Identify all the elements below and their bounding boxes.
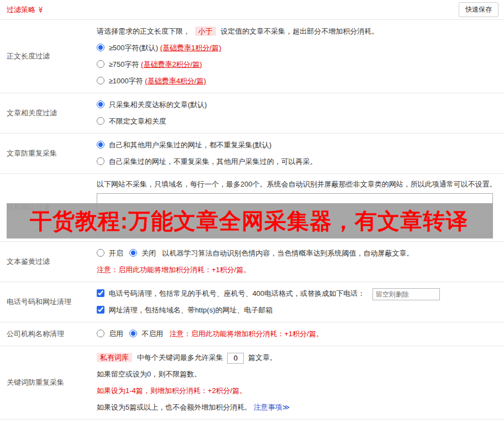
length-radio-1000[interactable] bbox=[97, 77, 104, 84]
company-cleanup-label: 公司机构名称清理 bbox=[0, 326, 97, 342]
porn-filter-desc: 以机器学习算法自动识别色情内容，当色情概率达到系统阈值，自动屏蔽文章。 bbox=[162, 249, 414, 257]
porn-radio-on[interactable] bbox=[97, 249, 104, 257]
url-cleanup-checkbox[interactable] bbox=[97, 306, 104, 314]
length-option-750[interactable]: ≥750字符 (基础费率2积分/篇) bbox=[97, 60, 202, 68]
company-radio-off[interactable] bbox=[129, 330, 137, 337]
relevance-filter-label: 文章相关度过滤 bbox=[0, 97, 97, 130]
dedup-label: 文章防重复采集 bbox=[0, 137, 97, 170]
watermark-text: 干货教程:万能文章全网采集器，有文章转译 bbox=[7, 206, 468, 236]
row-length-filter: 正文长度过滤 请选择需求的正文长度下限， 小于 设定值的文章不采集，超出部分不增… bbox=[0, 20, 504, 93]
less-than-highlight: 小于 bbox=[195, 26, 216, 36]
relevance-option-any-label: 不限定文章相关度 bbox=[109, 117, 166, 125]
filter-strategy-page: 过滤策略 ≫ 快速保存 正文长度过滤 请选择需求的正文长度下限， 小于 设定值的… bbox=[0, 0, 504, 424]
row-porn-filter: 文本鉴黄过滤 开启 关闭 以机器学习算法自动识别色情内容，当色情概率达到系统阈值… bbox=[0, 242, 504, 282]
company-option-off[interactable]: 不启用 bbox=[129, 330, 165, 338]
page-title-text: 过滤策略 bbox=[7, 5, 35, 15]
porn-option-off-label: 关闭 bbox=[141, 249, 156, 257]
relevance-option-strict[interactable]: 只采集相关度达标的文章(默认) bbox=[97, 100, 207, 109]
private-lexicon-highlight: 私有词库 bbox=[97, 353, 132, 362]
porn-filter-note: 注意：启用此功能将增加积分消耗：+1积分/篇。 bbox=[97, 262, 498, 278]
length-radio-750[interactable] bbox=[97, 60, 104, 68]
dedup-option-self-only-label: 自己采集过的网址，不重复采集，其他用户采集过的，可以再采。 bbox=[109, 157, 317, 166]
length-radio-500[interactable] bbox=[97, 44, 104, 51]
relevance-option-strict-label: 只采集相关度达标的文章(默认) bbox=[109, 100, 207, 109]
length-option-500-note: (基础费率1积分/篇) bbox=[160, 44, 222, 52]
keyword-line4: 如果设为5篇或以上，也不会额外增加积分消耗。 bbox=[97, 403, 251, 411]
intro-after: 设定值的文章不采集，超出部分不增加积分消耗。 bbox=[221, 27, 379, 35]
watermark-banner: 干货教程:万能文章全网采集器，有文章转译 bbox=[7, 203, 493, 239]
chevron-down-icon: ≫ bbox=[37, 7, 44, 13]
dedup-option-self-only[interactable]: 自己采集过的网址，不重复采集，其他用户采集过的，可以再采。 bbox=[97, 157, 317, 166]
url-cleanup-label: 网址清理，包括纯域名、带http(s)的网址、电子邮箱 bbox=[109, 306, 273, 314]
company-option-on-label: 启用 bbox=[109, 330, 123, 338]
phone-cleanup-label: 电话号码清理，包括常见的手机号、座机号、400电话格式，或替换成如下电话： bbox=[109, 289, 365, 298]
company-radio-on[interactable] bbox=[97, 330, 104, 337]
page-title[interactable]: 过滤策略 ≫ bbox=[7, 5, 44, 15]
dedup-radio-all-users[interactable] bbox=[97, 141, 104, 149]
notice-link[interactable]: 注意事项≫ bbox=[254, 403, 290, 411]
keyword-count-input[interactable] bbox=[227, 353, 244, 364]
relevance-option-any[interactable]: 不限定文章相关度 bbox=[97, 117, 166, 125]
dedup-option-all-users[interactable]: 自己和其他用户采集过的网址，都不重复采集(默认) bbox=[97, 141, 271, 149]
porn-option-on-label: 开启 bbox=[109, 249, 123, 257]
relevance-radio-strict[interactable] bbox=[97, 100, 104, 108]
relevance-radio-any[interactable] bbox=[97, 117, 104, 125]
porn-option-on[interactable]: 开启 bbox=[97, 249, 125, 257]
phone-url-cleanup-label: 电话号码和网址清理 bbox=[0, 285, 97, 319]
phone-cleanup-option[interactable]: 电话号码清理，包括常见的手机号、座机号、400电话格式，或替换成如下电话： bbox=[97, 289, 367, 298]
length-option-1000[interactable]: ≥1000字符 (基础费率4积分/篇) bbox=[97, 77, 206, 85]
company-option-off-label: 不启用 bbox=[141, 330, 163, 338]
keyword-line1-end: 篇文章。 bbox=[248, 353, 277, 362]
company-cleanup-note: 注意：启用此功能将增加积分消耗：+1积分/篇。 bbox=[170, 330, 323, 338]
keyword-line1-mid: 中每个关键词最多允许采集 bbox=[137, 353, 223, 362]
replacement-phone-input[interactable] bbox=[372, 288, 440, 300]
length-option-750-label: ≥750字符 bbox=[109, 60, 141, 68]
quick-save-button[interactable]: 快速保存 bbox=[459, 2, 498, 17]
length-option-500[interactable]: ≥500字符(默认) (基础费率1积分/篇) bbox=[97, 44, 221, 52]
length-filter-label: 正文长度过滤 bbox=[0, 23, 97, 89]
keyword-line2: 如果留空或设为0，则不限篇数。 bbox=[97, 366, 498, 383]
dedup-radio-self-only[interactable] bbox=[97, 157, 104, 165]
site-blacklist-desc: 以下网站不采集，只填域名，每行一个，最多200个。系统会自动识别并屏蔽那些非文章… bbox=[97, 177, 498, 191]
row-dedup: 文章防重复采集 自己和其他用户采集过的网址，都不重复采集(默认) 自己采集过的网… bbox=[0, 134, 504, 174]
row-company-cleanup: 公司机构名称清理 启用 不启用 注意：启用此功能将增加积分消耗：+1积分/篇。 bbox=[0, 322, 504, 346]
row-phone-url-cleanup: 电话号码和网址清理 电话号码清理，包括常见的手机号、座机号、400电话格式，或替… bbox=[0, 282, 504, 322]
row-keyword-dedup: 关键词防重复采集 私有词库 中每个关键词最多允许采集 篇文章。 如果留空或设为0… bbox=[0, 346, 504, 420]
company-option-on[interactable]: 启用 bbox=[97, 330, 125, 338]
url-cleanup-option[interactable]: 网址清理，包括纯域名、带http(s)的网址、电子邮箱 bbox=[97, 306, 272, 314]
porn-option-off[interactable]: 关闭 bbox=[129, 249, 158, 257]
keyword-dedup-label: 关键词防重复采集 bbox=[0, 349, 97, 416]
row-relevance-filter: 文章相关度过滤 只采集相关度达标的文章(默认) 不限定文章相关度 bbox=[0, 93, 504, 134]
phone-cleanup-checkbox[interactable] bbox=[97, 289, 104, 297]
keyword-line3: 如果设为1-4篇，则增加积分消耗：+2积分/篇。 bbox=[97, 383, 498, 399]
intro-before: 请选择需求的正文长度下限， bbox=[97, 27, 190, 35]
length-option-1000-label: ≥1000字符 bbox=[109, 77, 145, 85]
length-filter-intro: 请选择需求的正文长度下限， 小于 设定值的文章不采集，超出部分不增加积分消耗。 bbox=[97, 23, 498, 40]
length-option-750-note: (基础费率2积分/篇) bbox=[141, 60, 202, 68]
dedup-option-all-users-label: 自己和其他用户采集过的网址，都不重复采集(默认) bbox=[109, 141, 272, 149]
porn-filter-label: 文本鉴黄过滤 bbox=[0, 245, 97, 278]
porn-radio-off[interactable] bbox=[129, 249, 137, 257]
topbar: 过滤策略 ≫ 快速保存 bbox=[0, 0, 504, 20]
length-option-1000-note: (基础费率4积分/篇) bbox=[145, 77, 206, 85]
length-option-500-label: ≥500字符(默认) bbox=[109, 44, 160, 52]
